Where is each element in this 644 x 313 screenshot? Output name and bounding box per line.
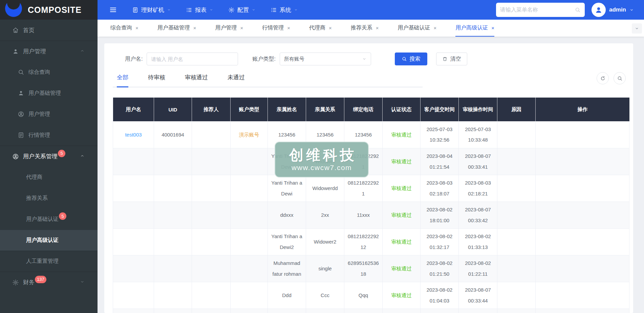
table-cell: 2023-08-07 00:33:42 (459, 202, 497, 228)
table-cell (536, 175, 629, 202)
table-cell: 2023-08-04 01:21:54 (421, 148, 459, 175)
sidebar-item[interactable]: 首页 (0, 20, 98, 41)
table-row (113, 309, 629, 313)
table-cell: 2023-08-02 01:04:03 (421, 282, 459, 309)
close-icon[interactable]: × (434, 25, 437, 31)
table-cell (192, 282, 231, 309)
close-icon[interactable]: × (376, 25, 379, 31)
page-tab[interactable]: 用户基础管理× (157, 20, 196, 37)
username-filter-field[interactable] (147, 53, 238, 65)
table-cell: 2023-08-07 00:33:41 (459, 148, 497, 175)
column-search-button[interactable] (614, 72, 626, 84)
clear-button[interactable]: 清空 (436, 53, 467, 65)
table-cell: 081218222921 (344, 175, 383, 202)
close-icon[interactable]: × (135, 25, 138, 31)
table-cell (113, 175, 154, 202)
sidebar-item[interactable]: 推荐关系 (0, 188, 98, 209)
chevron-down-icon (209, 8, 213, 12)
sidebar-item[interactable]: 用户管理 (0, 41, 98, 62)
page-tab[interactable]: 综合查询× (110, 20, 138, 37)
close-icon[interactable]: × (240, 25, 243, 31)
refresh-icon (600, 76, 606, 81)
sidebar-item-label: 用户高级认证 (26, 237, 59, 244)
sidebar-item[interactable]: 人工重置管理 (0, 251, 98, 272)
top-nav-item[interactable]: 系统 (271, 6, 298, 14)
open-tabs-bar: 综合查询×用户基础管理×用户管理×行情管理×代理商×推荐关系×用户基础认证×用户… (98, 20, 644, 37)
username-label[interactable]: admin (609, 6, 626, 13)
data-table-wrap: 用户名UID推荐人账户类型亲属姓名亲属关系绑定电话认证状态客户提交时间审核操作时… (113, 98, 628, 313)
table-cell (154, 148, 192, 175)
close-icon[interactable]: × (287, 25, 290, 31)
table-cell (154, 309, 192, 313)
sidebar-item[interactable]: 代理商 (0, 167, 98, 188)
sidebar-item[interactable]: 综合查询 (0, 62, 98, 83)
chevron-down-icon[interactable] (629, 8, 634, 12)
sidebar-item-label: 推荐关系 (26, 195, 48, 202)
column-header: 客户提交时间 (421, 98, 459, 121)
page-tab[interactable]: 用户管理× (215, 20, 243, 37)
top-nav-item[interactable]: 报表 (186, 6, 213, 14)
hamburger-menu-icon[interactable] (109, 6, 117, 14)
close-icon[interactable]: × (329, 25, 332, 31)
table-cell (113, 148, 154, 175)
table-cell: 审核通过 (383, 282, 421, 309)
table-cell (231, 148, 268, 175)
table-cell (306, 309, 344, 313)
table-cell (497, 255, 536, 282)
table-cell (113, 282, 154, 309)
table-cell: Yanti Trihan a Dewi (268, 148, 306, 175)
sidebar-item[interactable]: 用户管理 (0, 104, 98, 125)
page-tab[interactable]: 用户基础认证× (398, 20, 437, 37)
table-cell (497, 175, 536, 202)
page-tab[interactable]: 用户高级认证× (455, 20, 494, 37)
menu-search-input[interactable] (500, 7, 575, 13)
column-header: 亲属姓名 (268, 98, 306, 121)
top-nav-item[interactable]: 配置 (228, 6, 256, 14)
top-nav-item[interactable]: 理财矿机 (132, 6, 171, 14)
table-cell (536, 228, 629, 255)
table-cell (231, 282, 268, 309)
column-header: 原因 (497, 98, 536, 121)
close-icon[interactable]: × (491, 25, 494, 31)
sidebar-item-label: 用户管理 (28, 111, 50, 118)
account-type-select[interactable]: 所有账号 (280, 53, 371, 65)
sidebar-item[interactable]: 用户高级认证 (0, 230, 98, 251)
table-cell (268, 309, 306, 313)
avatar[interactable] (592, 3, 606, 17)
sidebar-item[interactable]: 用户基础认证5 (0, 209, 98, 230)
table-cell: 审核通过 (383, 255, 421, 282)
refresh-button[interactable] (597, 72, 609, 84)
notification-badge: 5 (58, 150, 65, 157)
column-header: 操作 (536, 98, 629, 121)
search-button[interactable]: 搜索 (395, 53, 427, 65)
table-cell (231, 202, 268, 228)
column-header: 审核操作时间 (459, 98, 497, 121)
menu-search-box[interactable] (496, 3, 585, 17)
page-tab[interactable]: 推荐关系× (351, 20, 379, 37)
tab-overflow-button[interactable] (632, 23, 642, 34)
status-subtab[interactable]: 全部 (117, 74, 128, 87)
sidebar-item[interactable]: 用户关系管理5 (0, 146, 98, 167)
table-cell (536, 148, 629, 175)
table-cell (192, 202, 231, 228)
app-window: COMPOSITE 理财矿机报表配置系统 admin (0, 0, 644, 313)
search-icon[interactable] (575, 7, 581, 13)
close-icon[interactable]: × (193, 25, 196, 31)
page-tab[interactable]: 代理商× (309, 20, 332, 37)
user-icon (12, 48, 19, 55)
gear-icon (228, 7, 235, 13)
username-link[interactable]: test003 (125, 132, 142, 138)
table-cell (154, 255, 192, 282)
sidebar-item[interactable]: 财务137 (0, 272, 98, 293)
page-tab[interactable]: 行情管理× (262, 20, 290, 37)
sidebar-item[interactable]: 行情管理 (0, 125, 98, 146)
table-cell (231, 228, 268, 255)
table-cell (497, 121, 536, 148)
status-subtab[interactable]: 待审核 (148, 74, 165, 87)
table-tools (597, 72, 626, 84)
sidebar-item[interactable]: 用户基础管理 (0, 83, 98, 104)
status-subtab[interactable]: 未通过 (228, 74, 245, 87)
table-cell (192, 148, 231, 175)
status-subtab[interactable]: 审核通过 (185, 74, 208, 87)
username-filter-input[interactable] (151, 56, 234, 62)
